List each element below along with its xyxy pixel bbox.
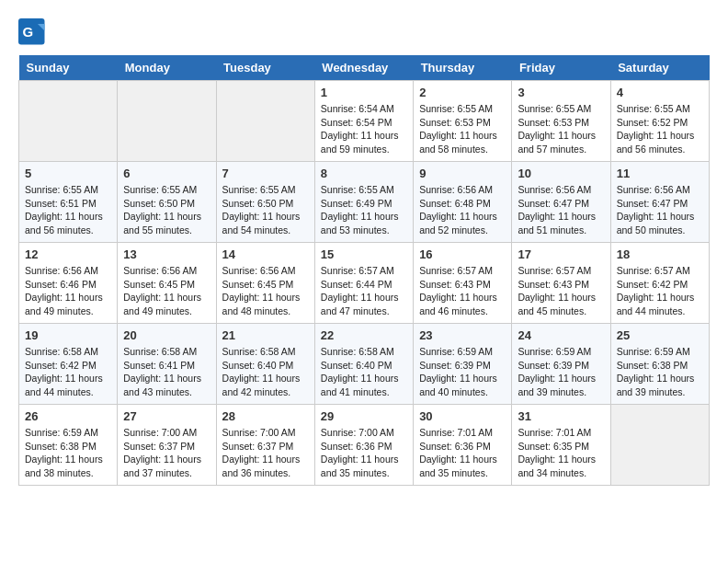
day-cell: 1Sunrise: 6:54 AM Sunset: 6:54 PM Daylig…	[314, 81, 413, 162]
week-row-5: 26Sunrise: 6:59 AM Sunset: 6:38 PM Dayli…	[19, 405, 710, 486]
day-number: 13	[123, 247, 210, 261]
day-cell: 13Sunrise: 6:56 AM Sunset: 6:45 PM Dayli…	[118, 243, 216, 324]
week-row-3: 12Sunrise: 6:56 AM Sunset: 6:46 PM Dayli…	[19, 243, 710, 324]
day-number: 11	[617, 167, 703, 180]
day-info: Sunrise: 6:59 AM Sunset: 6:38 PM Dayligh…	[25, 426, 111, 480]
day-info: Sunrise: 6:59 AM Sunset: 6:39 PM Dayligh…	[518, 345, 604, 399]
day-cell: 26Sunrise: 6:59 AM Sunset: 6:38 PM Dayli…	[19, 405, 118, 486]
day-cell: 5Sunrise: 6:55 AM Sunset: 6:51 PM Daylig…	[19, 162, 118, 243]
day-number: 18	[617, 247, 703, 261]
week-row-4: 19Sunrise: 6:58 AM Sunset: 6:42 PM Dayli…	[19, 324, 710, 405]
day-cell: 30Sunrise: 7:01 AM Sunset: 6:36 PM Dayli…	[414, 405, 512, 486]
page-header: G	[18, 18, 710, 46]
day-number: 12	[25, 247, 111, 261]
day-cell: 27Sunrise: 7:00 AM Sunset: 6:37 PM Dayli…	[118, 405, 216, 486]
day-info: Sunrise: 6:57 AM Sunset: 6:42 PM Dayligh…	[617, 264, 703, 318]
day-cell: 4Sunrise: 6:55 AM Sunset: 6:52 PM Daylig…	[610, 81, 709, 162]
day-info: Sunrise: 6:54 AM Sunset: 6:54 PM Dayligh…	[321, 102, 407, 156]
day-number: 8	[321, 167, 407, 180]
day-cell	[610, 405, 709, 486]
logo-icon: G	[18, 18, 46, 46]
day-cell: 24Sunrise: 6:59 AM Sunset: 6:39 PM Dayli…	[512, 324, 610, 405]
col-header-tuesday: Tuesday	[216, 55, 314, 81]
day-cell: 12Sunrise: 6:56 AM Sunset: 6:46 PM Dayli…	[19, 243, 118, 324]
col-header-wednesday: Wednesday	[314, 55, 413, 81]
day-info: Sunrise: 6:57 AM Sunset: 6:44 PM Dayligh…	[321, 264, 407, 318]
day-info: Sunrise: 6:55 AM Sunset: 6:53 PM Dayligh…	[419, 102, 506, 156]
day-info: Sunrise: 7:00 AM Sunset: 6:37 PM Dayligh…	[222, 426, 309, 480]
day-number: 9	[419, 167, 506, 180]
day-number: 17	[518, 247, 604, 261]
day-info: Sunrise: 6:56 AM Sunset: 6:45 PM Dayligh…	[222, 264, 309, 318]
day-info: Sunrise: 6:55 AM Sunset: 6:52 PM Dayligh…	[617, 102, 703, 156]
day-info: Sunrise: 6:55 AM Sunset: 6:51 PM Dayligh…	[25, 183, 111, 237]
col-header-thursday: Thursday	[414, 55, 512, 81]
day-info: Sunrise: 6:55 AM Sunset: 6:50 PM Dayligh…	[222, 183, 309, 237]
col-header-monday: Monday	[118, 55, 216, 81]
day-info: Sunrise: 6:55 AM Sunset: 6:49 PM Dayligh…	[321, 183, 407, 237]
day-info: Sunrise: 6:56 AM Sunset: 6:48 PM Dayligh…	[419, 183, 506, 237]
calendar-table: SundayMondayTuesdayWednesdayThursdayFrid…	[18, 55, 710, 486]
day-number: 15	[321, 247, 407, 261]
day-cell: 20Sunrise: 6:58 AM Sunset: 6:41 PM Dayli…	[118, 324, 216, 405]
day-cell	[19, 81, 118, 162]
day-info: Sunrise: 6:59 AM Sunset: 6:39 PM Dayligh…	[419, 345, 506, 399]
day-cell	[216, 81, 314, 162]
day-cell: 3Sunrise: 6:55 AM Sunset: 6:53 PM Daylig…	[512, 81, 610, 162]
day-number: 30	[419, 409, 506, 423]
day-number: 5	[25, 167, 111, 180]
day-cell: 9Sunrise: 6:56 AM Sunset: 6:48 PM Daylig…	[414, 162, 512, 243]
day-cell: 8Sunrise: 6:55 AM Sunset: 6:49 PM Daylig…	[314, 162, 413, 243]
day-number: 14	[222, 247, 309, 261]
day-number: 19	[25, 328, 111, 342]
day-info: Sunrise: 7:00 AM Sunset: 6:36 PM Dayligh…	[321, 426, 407, 480]
day-cell: 17Sunrise: 6:57 AM Sunset: 6:43 PM Dayli…	[512, 243, 610, 324]
col-header-sunday: Sunday	[19, 55, 118, 81]
day-cell: 19Sunrise: 6:58 AM Sunset: 6:42 PM Dayli…	[19, 324, 118, 405]
day-number: 2	[419, 86, 506, 99]
day-info: Sunrise: 6:56 AM Sunset: 6:47 PM Dayligh…	[518, 183, 604, 237]
day-number: 28	[222, 409, 309, 423]
day-cell: 11Sunrise: 6:56 AM Sunset: 6:47 PM Dayli…	[610, 162, 709, 243]
day-number: 25	[617, 328, 703, 342]
day-info: Sunrise: 7:01 AM Sunset: 6:35 PM Dayligh…	[518, 426, 604, 480]
day-cell: 18Sunrise: 6:57 AM Sunset: 6:42 PM Dayli…	[610, 243, 709, 324]
day-info: Sunrise: 6:58 AM Sunset: 6:42 PM Dayligh…	[25, 345, 111, 399]
day-number: 23	[419, 328, 506, 342]
day-number: 21	[222, 328, 309, 342]
day-number: 27	[123, 409, 210, 423]
day-cell: 25Sunrise: 6:59 AM Sunset: 6:38 PM Dayli…	[610, 324, 709, 405]
day-info: Sunrise: 6:57 AM Sunset: 6:43 PM Dayligh…	[419, 264, 506, 318]
logo: G	[18, 18, 50, 46]
day-cell: 2Sunrise: 6:55 AM Sunset: 6:53 PM Daylig…	[414, 81, 512, 162]
day-cell: 14Sunrise: 6:56 AM Sunset: 6:45 PM Dayli…	[216, 243, 314, 324]
day-info: Sunrise: 6:55 AM Sunset: 6:50 PM Dayligh…	[123, 183, 210, 237]
day-number: 31	[518, 409, 604, 423]
day-cell: 6Sunrise: 6:55 AM Sunset: 6:50 PM Daylig…	[118, 162, 216, 243]
day-cell: 31Sunrise: 7:01 AM Sunset: 6:35 PM Dayli…	[512, 405, 610, 486]
col-header-friday: Friday	[512, 55, 610, 81]
day-info: Sunrise: 7:01 AM Sunset: 6:36 PM Dayligh…	[419, 426, 506, 480]
day-cell	[118, 81, 216, 162]
day-number: 7	[222, 167, 309, 180]
day-number: 29	[321, 409, 407, 423]
day-cell: 10Sunrise: 6:56 AM Sunset: 6:47 PM Dayli…	[512, 162, 610, 243]
day-number: 6	[123, 167, 210, 180]
day-number: 26	[25, 409, 111, 423]
day-cell: 29Sunrise: 7:00 AM Sunset: 6:36 PM Dayli…	[314, 405, 413, 486]
day-number: 22	[321, 328, 407, 342]
week-row-2: 5Sunrise: 6:55 AM Sunset: 6:51 PM Daylig…	[19, 162, 710, 243]
day-cell: 7Sunrise: 6:55 AM Sunset: 6:50 PM Daylig…	[216, 162, 314, 243]
day-info: Sunrise: 6:58 AM Sunset: 6:40 PM Dayligh…	[321, 345, 407, 399]
day-number: 24	[518, 328, 604, 342]
day-cell: 22Sunrise: 6:58 AM Sunset: 6:40 PM Dayli…	[314, 324, 413, 405]
day-cell: 28Sunrise: 7:00 AM Sunset: 6:37 PM Dayli…	[216, 405, 314, 486]
day-info: Sunrise: 6:56 AM Sunset: 6:46 PM Dayligh…	[25, 264, 111, 318]
day-number: 10	[518, 167, 604, 180]
day-info: Sunrise: 6:59 AM Sunset: 6:38 PM Dayligh…	[617, 345, 703, 399]
day-number: 20	[123, 328, 210, 342]
day-cell: 15Sunrise: 6:57 AM Sunset: 6:44 PM Dayli…	[314, 243, 413, 324]
week-row-1: 1Sunrise: 6:54 AM Sunset: 6:54 PM Daylig…	[19, 81, 710, 162]
day-number: 1	[321, 86, 407, 99]
day-info: Sunrise: 6:56 AM Sunset: 6:45 PM Dayligh…	[123, 264, 210, 318]
